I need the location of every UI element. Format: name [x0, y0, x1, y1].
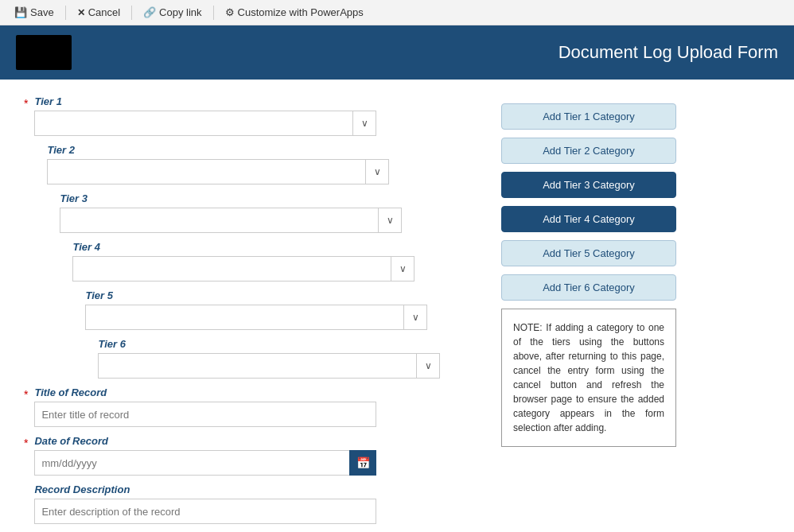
date-of-record-row: * Date of Record 📅	[24, 435, 469, 476]
date-input[interactable]	[34, 450, 376, 476]
customize-button[interactable]: ⚙ Customize with PowerApps	[219, 4, 370, 21]
add-tier6-category-button[interactable]: Add Tier 6 Category	[501, 274, 676, 301]
title-of-record-row: * Title of Record	[24, 386, 469, 427]
add-tier3-category-button[interactable]: Add Tier 3 Category	[501, 172, 676, 198]
tier1-select-wrapper: ∨	[34, 111, 376, 136]
toolbar: 💾 Save ✕ Cancel 🔗 Copy link ⚙ Customize …	[0, 0, 794, 25]
save-label: Save	[30, 6, 54, 18]
tier4-select[interactable]	[72, 256, 415, 282]
tier5-select[interactable]	[85, 305, 427, 330]
tier4-select-wrapper: ∨	[72, 256, 415, 282]
calendar-icon: 📅	[356, 456, 370, 469]
tier4-row: * Tier 4 ∨	[24, 241, 469, 282]
tier6-row: * Tier 6 ∨	[24, 338, 469, 379]
tier6-label: Tier 6	[98, 338, 469, 350]
tier5-row: * Tier 5 ∨	[24, 289, 469, 330]
save-icon: 💾	[14, 6, 27, 18]
date-label: Date of Record	[34, 435, 469, 447]
tier3-label: Tier 3	[60, 192, 469, 204]
desc-input[interactable]	[34, 499, 376, 524]
main-content: * Tier 1 ∨ * Tier 2 ∨	[0, 80, 794, 532]
header-bar: Document Log Upload Form	[0, 25, 794, 80]
toolbar-divider-1	[65, 6, 66, 20]
tier3-select[interactable]	[60, 208, 402, 233]
toolbar-divider-2	[131, 6, 132, 20]
desc-label: Record Description	[34, 483, 469, 495]
add-tier1-label: Add Tier 1 Category	[543, 111, 635, 122]
tier3-row: * Tier 3 ∨	[24, 192, 469, 233]
customize-icon: ⚙	[225, 6, 235, 18]
tier2-select[interactable]	[47, 159, 389, 184]
tier1-row: * Tier 1 ∨	[24, 95, 469, 136]
tier1-field-wrap: Tier 1 ∨	[34, 95, 469, 136]
copy-link-button[interactable]: 🔗 Copy link	[137, 4, 208, 21]
right-panel: Add Tier 1 Category Add Tier 2 Category …	[501, 95, 676, 532]
tier2-field-wrap: Tier 2 ∨	[34, 144, 469, 184]
save-button[interactable]: 💾 Save	[8, 4, 60, 21]
add-tier2-label: Add Tier 2 Category	[543, 145, 635, 157]
page-title: Document Log Upload Form	[559, 42, 778, 63]
tier6-field-wrap: Tier 6 ∨	[34, 338, 469, 379]
tier4-label: Tier 4	[72, 241, 469, 253]
tier1-select[interactable]	[34, 111, 376, 136]
add-tier1-category-button[interactable]: Add Tier 1 Category	[501, 103, 676, 130]
note-text: NOTE: If adding a category to one of the…	[513, 322, 664, 433]
add-tier3-label: Add Tier 3 Category	[543, 179, 635, 191]
tier5-field-wrap: Tier 5 ∨	[34, 289, 469, 330]
cancel-label: Cancel	[88, 6, 120, 18]
cancel-button[interactable]: ✕ Cancel	[71, 4, 126, 21]
date-wrapper: 📅	[34, 450, 376, 476]
copy-link-icon: 🔗	[143, 6, 156, 18]
tier5-select-wrapper: ∨	[85, 305, 427, 330]
add-tier5-category-button[interactable]: Add Tier 5 Category	[501, 240, 676, 266]
tier2-row: * Tier 2 ∨	[24, 144, 469, 184]
tier6-select-wrapper: ∨	[98, 353, 440, 379]
tier3-select-wrapper: ∨	[60, 208, 402, 233]
add-tier2-category-button[interactable]: Add Tier 2 Category	[501, 138, 676, 164]
tier5-label: Tier 5	[85, 289, 469, 301]
title-label: Title of Record	[34, 386, 469, 398]
toolbar-divider-3	[213, 6, 214, 20]
desc-field-wrap: Record Description	[34, 483, 469, 524]
add-tier4-label: Add Tier 4 Category	[543, 213, 635, 225]
add-tier6-label: Add Tier 6 Category	[543, 282, 635, 293]
tier2-label: Tier 2	[47, 144, 469, 156]
customize-label: Customize with PowerApps	[238, 6, 364, 18]
date-field-wrap: Date of Record 📅	[34, 435, 469, 476]
cancel-icon: ✕	[77, 7, 85, 18]
add-tier4-category-button[interactable]: Add Tier 4 Category	[501, 206, 676, 232]
title-field-wrap: Title of Record	[34, 386, 469, 427]
title-required-star: *	[24, 388, 28, 401]
record-description-row: * Record Description	[24, 483, 469, 524]
note-box: NOTE: If adding a category to one of the…	[501, 309, 676, 447]
copy-link-label: Copy link	[159, 6, 201, 18]
tier1-label: Tier 1	[34, 95, 469, 107]
form-panel: * Tier 1 ∨ * Tier 2 ∨	[24, 95, 469, 532]
tier3-field-wrap: Tier 3 ∨	[34, 192, 469, 233]
date-required-star: *	[24, 437, 28, 449]
title-input[interactable]	[34, 402, 376, 427]
tier6-select[interactable]	[98, 353, 440, 379]
header-logo	[16, 35, 72, 70]
add-tier5-label: Add Tier 5 Category	[543, 247, 635, 259]
tier4-field-wrap: Tier 4 ∨	[34, 241, 469, 282]
tier1-required-star: *	[24, 97, 28, 110]
tier2-select-wrapper: ∨	[47, 159, 389, 184]
calendar-button[interactable]: 📅	[349, 450, 376, 476]
